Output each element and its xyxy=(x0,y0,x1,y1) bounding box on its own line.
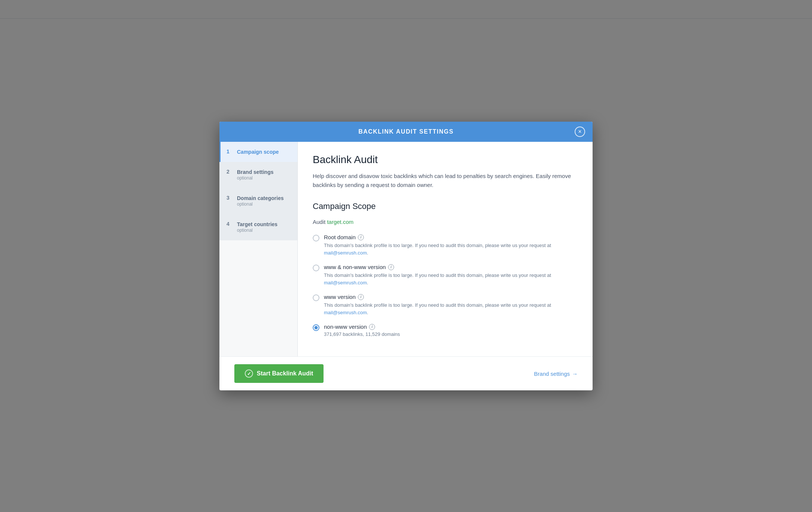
page-description: Help discover and disavow toxic backlink… xyxy=(313,172,578,190)
start-audit-button[interactable]: ✓ Start Backlink Audit xyxy=(234,364,324,383)
radio-www-version[interactable] xyxy=(313,294,319,301)
sidebar-item-optional-3: optional xyxy=(237,202,284,207)
sidebar-item-brand-settings[interactable]: 2 Brand settings optional xyxy=(219,162,297,188)
brand-settings-link[interactable]: Brand settings → xyxy=(534,371,578,377)
modal-title: BACKLINK AUDIT SETTINGS xyxy=(358,128,453,135)
main-content: Backlink Audit Help discover and disavow… xyxy=(298,142,593,356)
audit-line: Audit target.com xyxy=(313,219,578,225)
sidebar-item-label-1: Campaign scope xyxy=(237,149,279,155)
sidebar-item-label-3: Domain categories optional xyxy=(237,195,284,207)
radio-non-www[interactable] xyxy=(313,324,319,331)
radio-desc-www-non-www: This domain's backlink profile is too la… xyxy=(324,272,578,286)
sidebar-item-number-1: 1 xyxy=(227,149,233,154)
sidebar-item-number-4: 4 xyxy=(227,221,233,227)
modal-header: BACKLINK AUDIT SETTINGS × xyxy=(219,122,593,142)
radio-option-root-domain: Root domain i This domain's backlink pro… xyxy=(313,234,578,256)
email-link-root[interactable]: mail@semrush.com xyxy=(324,250,367,256)
radio-label-title-www: www version xyxy=(324,294,356,300)
start-audit-label: Start Backlink Audit xyxy=(257,370,313,377)
sidebar: 1 Campaign scope 2 Brand settings option… xyxy=(219,142,298,356)
modal-body: 1 Campaign scope 2 Brand settings option… xyxy=(219,142,593,356)
audit-domain[interactable]: target.com xyxy=(327,219,353,225)
email-link-www-non-www[interactable]: mail@semrush.com xyxy=(324,280,367,285)
email-link-www[interactable]: mail@semrush.com xyxy=(324,310,367,315)
brand-settings-arrow: → xyxy=(572,371,578,377)
radio-desc-www: This domain's backlink profile is too la… xyxy=(324,302,578,316)
sidebar-item-optional-2: optional xyxy=(237,175,274,181)
radio-label-title-root: Root domain xyxy=(324,234,356,240)
radio-desc-root-domain: This domain's backlink profile is too la… xyxy=(324,242,578,256)
audit-label: Audit xyxy=(313,219,325,225)
radio-www-non-www[interactable] xyxy=(313,265,319,271)
radio-option-non-www: non-www version i 371,697 backlinks, 11,… xyxy=(313,324,578,337)
radio-option-www-non-www: www & non-www version i This domain's ba… xyxy=(313,264,578,286)
sidebar-item-number-2: 2 xyxy=(227,169,233,175)
backlink-audit-modal: BACKLINK AUDIT SETTINGS × 1 Campaign sco… xyxy=(219,122,593,390)
sidebar-item-label-4: Target countries optional xyxy=(237,221,278,234)
radio-option-www-version: www version i This domain's backlink pro… xyxy=(313,294,578,316)
radio-label-www-version: www version i This domain's backlink pro… xyxy=(324,294,578,316)
info-icon-www-non-www[interactable]: i xyxy=(388,264,394,270)
page-title: Backlink Audit xyxy=(313,154,578,166)
sidebar-item-number-3: 3 xyxy=(227,195,233,201)
info-icon-root-domain[interactable]: i xyxy=(358,234,364,240)
section-title: Campaign Scope xyxy=(313,202,578,211)
radio-label-root-domain: Root domain i This domain's backlink pro… xyxy=(324,234,578,256)
radio-root-domain[interactable] xyxy=(313,235,319,241)
sidebar-item-campaign-scope[interactable]: 1 Campaign scope xyxy=(219,142,297,162)
info-icon-non-www[interactable]: i xyxy=(369,324,375,330)
radio-label-title-non-www: non-www version xyxy=(324,324,367,330)
radio-label-non-www: non-www version i 371,697 backlinks, 11,… xyxy=(324,324,578,337)
modal-overlay: BACKLINK AUDIT SETTINGS × 1 Campaign sco… xyxy=(0,0,812,512)
sidebar-item-label-2: Brand settings optional xyxy=(237,169,274,181)
radio-label-www-non-www: www & non-www version i This domain's ba… xyxy=(324,264,578,286)
brand-settings-text: Brand settings xyxy=(534,371,570,377)
close-button[interactable]: × xyxy=(575,127,585,137)
sidebar-item-domain-categories[interactable]: 3 Domain categories optional xyxy=(219,188,297,214)
sidebar-item-target-countries[interactable]: 4 Target countries optional xyxy=(219,214,297,240)
radio-label-title-www-non-www: www & non-www version xyxy=(324,264,386,270)
modal-footer: ✓ Start Backlink Audit Brand settings → xyxy=(219,356,593,390)
radio-count-non-www: 371,697 backlinks, 11,529 domains xyxy=(324,331,578,337)
check-icon: ✓ xyxy=(245,369,253,378)
info-icon-www[interactable]: i xyxy=(358,294,364,300)
sidebar-item-optional-4: optional xyxy=(237,228,278,234)
